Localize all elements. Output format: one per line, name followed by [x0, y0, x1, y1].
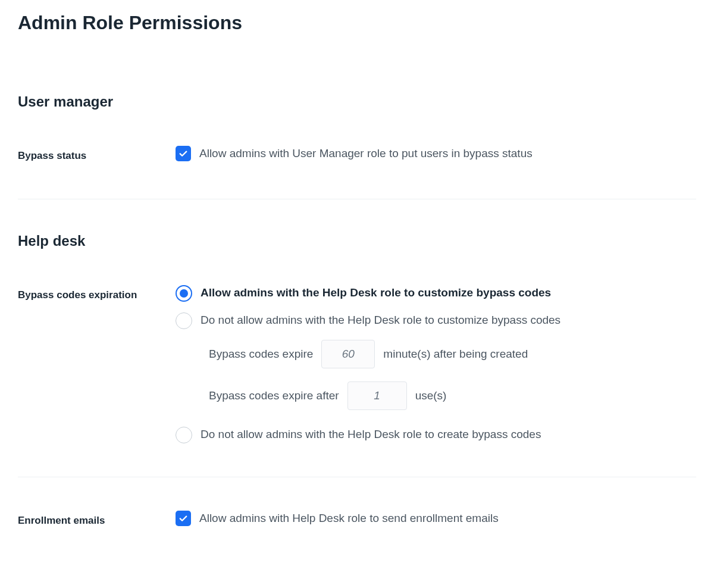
section-title-help-desk: Help desk — [18, 233, 696, 249]
expire-minutes-prefix: Bypass codes expire — [209, 348, 313, 361]
checkbox-bypass-status[interactable] — [176, 146, 191, 161]
radio-disallow-create-label: Do not allow admins with the Help Desk r… — [201, 427, 541, 443]
option-bypass-status: Allow admins with User Manager role to p… — [176, 146, 696, 162]
label-bypass-status: Bypass status — [18, 146, 176, 165]
row-bypass-codes-expiration: Bypass codes expiration Allow admins wit… — [18, 285, 696, 443]
expire-uses-suffix: use(s) — [415, 389, 447, 402]
checkbox-enrollment-emails[interactable] — [176, 511, 191, 526]
expire-minutes-suffix: minute(s) after being created — [383, 348, 528, 361]
expire-uses-prefix: Bypass codes expire after — [209, 389, 339, 402]
nested-expire-minutes: Bypass codes expire minute(s) after bein… — [209, 340, 696, 368]
option-enrollment-emails: Allow admins with Help Desk role to send… — [176, 511, 696, 527]
checkbox-enrollment-emails-label: Allow admins with Help Desk role to send… — [199, 511, 499, 527]
divider — [18, 477, 696, 477]
radio-allow-customize[interactable] — [176, 285, 192, 302]
radio-allow-customize-label: Allow admins with the Help Desk role to … — [201, 285, 551, 301]
checkbox-bypass-status-label: Allow admins with User Manager role to p… — [199, 146, 533, 162]
radio-disallow-create[interactable] — [176, 427, 192, 443]
option-disallow-customize: Do not allow admins with the Help Desk r… — [176, 312, 696, 329]
label-enrollment-emails: Enrollment emails — [18, 511, 176, 530]
page-title: Admin Role Permissions — [18, 12, 696, 34]
radio-disallow-customize[interactable] — [176, 312, 192, 329]
option-disallow-create: Do not allow admins with the Help Desk r… — [176, 427, 696, 443]
section-title-user-manager: User manager — [18, 93, 696, 110]
row-enrollment-emails: Enrollment emails Allow admins with Help… — [18, 511, 696, 530]
expire-uses-input[interactable] — [347, 381, 407, 410]
expire-minutes-input[interactable] — [321, 340, 375, 368]
label-bypass-codes-expiration: Bypass codes expiration — [18, 285, 176, 305]
nested-expire-uses: Bypass codes expire after use(s) — [209, 381, 696, 410]
divider — [18, 199, 696, 199]
radio-disallow-customize-label: Do not allow admins with the Help Desk r… — [201, 312, 560, 329]
row-bypass-status: Bypass status Allow admins with User Man… — [18, 146, 696, 165]
option-allow-customize: Allow admins with the Help Desk role to … — [176, 285, 696, 302]
